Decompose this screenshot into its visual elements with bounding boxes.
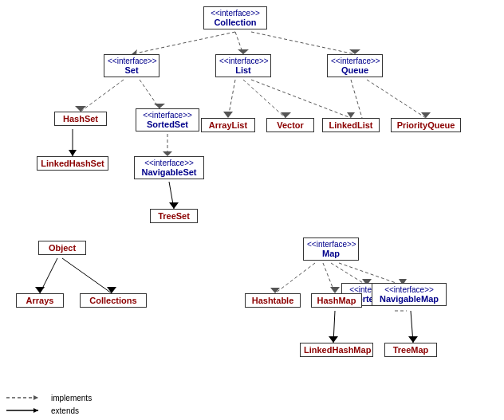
- svg-line-22: [351, 80, 362, 118]
- extends-label: extends: [51, 406, 79, 415]
- box-hashset: HashSet: [54, 112, 107, 126]
- svg-marker-17: [223, 112, 233, 118]
- box-vector: Vector: [266, 118, 314, 132]
- svg-line-2: [235, 32, 243, 54]
- svg-marker-41: [408, 336, 418, 343]
- box-collections: Collections: [80, 293, 147, 308]
- svg-marker-21: [347, 112, 355, 118]
- svg-line-31: [275, 263, 315, 293]
- svg-line-23: [367, 80, 426, 118]
- svg-line-6: [81, 80, 124, 112]
- svg-line-0: [132, 32, 235, 54]
- box-linkedlist: LinkedList: [322, 118, 380, 132]
- box-map: <<interface>> Map: [303, 237, 359, 261]
- box-treeset: TreeSet: [150, 209, 198, 223]
- box-arraylist: ArrayList: [201, 118, 255, 132]
- box-arrays: Arrays: [16, 293, 64, 308]
- svg-line-20: [251, 80, 351, 118]
- svg-marker-26: [35, 287, 45, 293]
- box-object: Object: [38, 241, 86, 255]
- svg-line-40: [411, 311, 413, 343]
- box-set: <<interface>> Set: [104, 54, 159, 77]
- box-linkedhashset: LinkedHashSet: [37, 156, 108, 171]
- box-list: <<interface>> List: [215, 54, 271, 77]
- svg-marker-24: [421, 112, 431, 118]
- svg-marker-15: [169, 202, 179, 209]
- svg-line-14: [169, 182, 174, 209]
- box-navigablemap: <<interface>> NavigableMap: [372, 283, 447, 306]
- svg-marker-39: [329, 336, 338, 343]
- svg-marker-32: [270, 288, 280, 293]
- legend-extends: extends: [6, 406, 92, 415]
- box-priorityqueue: PriorityQueue: [391, 118, 461, 132]
- svg-line-18: [243, 80, 285, 118]
- box-linkedhashmap: LinkedHashMap: [300, 343, 373, 357]
- box-treemap: TreeMap: [384, 343, 437, 357]
- box-collection: <<interface>> Collection: [203, 6, 267, 29]
- svg-line-25: [40, 258, 57, 293]
- box-hashtable: Hashtable: [245, 293, 301, 308]
- implements-label: implements: [51, 394, 92, 402]
- diagram-container: <<interface>> Collection <<interface>> S…: [0, 0, 504, 383]
- svg-marker-7: [75, 106, 86, 112]
- box-navigableset: <<interface>> NavigableSet: [134, 156, 204, 179]
- box-sortedset: <<interface>> SortedSet: [136, 108, 199, 131]
- svg-marker-11: [69, 150, 77, 156]
- legend: implements extends: [6, 393, 92, 415]
- svg-line-16: [228, 80, 235, 118]
- svg-line-4: [251, 32, 355, 54]
- svg-marker-28: [107, 287, 116, 293]
- legend-implements: implements: [6, 393, 92, 402]
- svg-line-33: [323, 263, 335, 293]
- svg-line-29: [331, 263, 367, 285]
- box-queue: <<interface>> Queue: [327, 54, 383, 77]
- svg-marker-19: [281, 112, 291, 118]
- svg-line-38: [333, 311, 335, 343]
- svg-marker-34: [330, 287, 340, 293]
- svg-marker-45: [33, 408, 38, 413]
- svg-marker-43: [33, 395, 38, 400]
- svg-line-27: [62, 258, 112, 293]
- svg-line-35: [339, 263, 403, 285]
- box-hashmap: HashMap: [311, 293, 362, 308]
- svg-line-8: [140, 80, 159, 108]
